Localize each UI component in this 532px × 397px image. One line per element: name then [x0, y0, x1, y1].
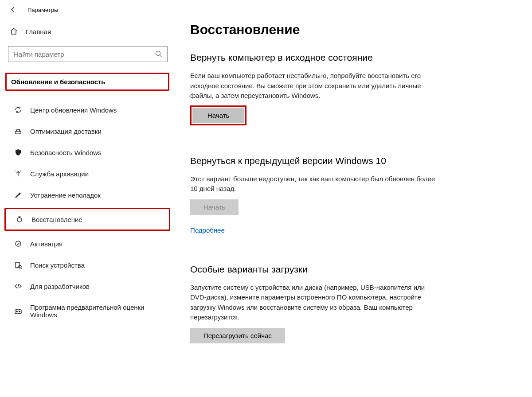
- svg-point-2: [17, 218, 22, 222]
- search-input[interactable]: [13, 50, 155, 58]
- sidebar-section-label[interactable]: Обновление и безопасность: [5, 73, 169, 91]
- sidebar-item-label: Центр обновления Windows: [30, 106, 117, 114]
- sidebar-item-label: Безопасность Windows: [30, 149, 102, 156]
- sidebar-item-activation[interactable]: Активация: [4, 234, 170, 254]
- sidebar-item-label: Поиск устройства: [30, 261, 85, 269]
- svg-point-7: [16, 311, 18, 312]
- sidebar-home[interactable]: Главная: [0, 21, 175, 42]
- sidebar-item-for-developers[interactable]: Для разработчиков: [4, 276, 170, 296]
- sidebar-item-label: Программа предварительной оценки Windows: [30, 304, 166, 319]
- sidebar-item-delivery-optimization[interactable]: Оптимизация доставки: [4, 121, 170, 141]
- recovery-icon: [16, 215, 23, 223]
- wrench-icon: [14, 191, 22, 199]
- goback-heading: Вернуться к предыдущей версии Windows 10: [190, 156, 523, 166]
- back-icon[interactable]: [10, 6, 17, 13]
- goback-text: Этот вариант больше недоступен, так как …: [190, 174, 438, 194]
- titlebar: Параметры: [0, 6, 175, 21]
- sidebar-item-label: Устранение неполадок: [30, 191, 101, 199]
- home-label: Главная: [26, 28, 51, 35]
- sidebar: Параметры Главная Обновление и безопасно…: [0, 0, 175, 397]
- sidebar-item-recovery[interactable]: Восстановление: [4, 208, 170, 231]
- nav-list: Центр обновления Windows Оптимизация дос…: [0, 93, 175, 325]
- search-icon: [155, 50, 163, 58]
- svg-point-8: [19, 311, 20, 312]
- settings-window: Параметры Главная Обновление и безопасно…: [0, 0, 532, 397]
- svg-rect-1: [16, 132, 21, 134]
- optimization-icon: [14, 127, 22, 135]
- window-title: Параметры: [27, 7, 58, 13]
- shield-icon: [14, 148, 22, 156]
- reset-button-highlight: Начать: [190, 105, 246, 125]
- code-icon: [14, 282, 22, 290]
- sidebar-item-troubleshoot[interactable]: Устранение неполадок: [4, 185, 170, 205]
- sidebar-item-label: Служба архивации: [30, 170, 89, 178]
- advanced-restart-button[interactable]: Перезагрузить сейчас: [190, 328, 285, 343]
- backup-icon: [14, 170, 22, 178]
- advanced-heading: Особые варианты загрузки: [190, 264, 523, 275]
- home-icon: [10, 27, 18, 35]
- sidebar-item-label: Активация: [30, 240, 63, 248]
- sidebar-item-label: Для разработчиков: [30, 283, 90, 290]
- reset-text: Если ваш компьютер работает нестабильно,…: [190, 71, 438, 101]
- refresh-icon: [14, 106, 22, 114]
- sidebar-item-windows-security[interactable]: Безопасность Windows: [4, 142, 170, 163]
- advanced-text: Запустите систему с устройства или диска…: [190, 283, 438, 323]
- page-title: Восстановление: [190, 22, 523, 37]
- activation-icon: [14, 240, 22, 248]
- reset-heading: Вернуть компьютер в исходное состояние: [190, 52, 523, 63]
- sidebar-item-backup[interactable]: Служба архивации: [4, 163, 170, 184]
- sidebar-item-label: Восстановление: [31, 216, 82, 223]
- insider-icon: [14, 307, 22, 315]
- sidebar-item-label: Оптимизация доставки: [30, 128, 102, 135]
- sidebar-item-find-device[interactable]: Поиск устройства: [4, 255, 170, 275]
- reset-start-button[interactable]: Начать: [192, 108, 244, 123]
- main-content: Восстановление Вернуть компьютер в исход…: [175, 0, 532, 397]
- goback-learnmore-link[interactable]: Подробнее: [190, 226, 225, 234]
- search-box[interactable]: [8, 46, 168, 62]
- svg-point-0: [156, 51, 160, 56]
- goback-start-button: Начать: [190, 199, 239, 215]
- svg-point-3: [16, 241, 21, 246]
- find-device-icon: [14, 261, 22, 269]
- search-wrap: [0, 42, 175, 66]
- svg-rect-6: [15, 310, 21, 314]
- sidebar-item-insider[interactable]: Программа предварительной оценки Windows: [4, 297, 170, 325]
- sidebar-item-windows-update[interactable]: Центр обновления Windows: [4, 100, 170, 120]
